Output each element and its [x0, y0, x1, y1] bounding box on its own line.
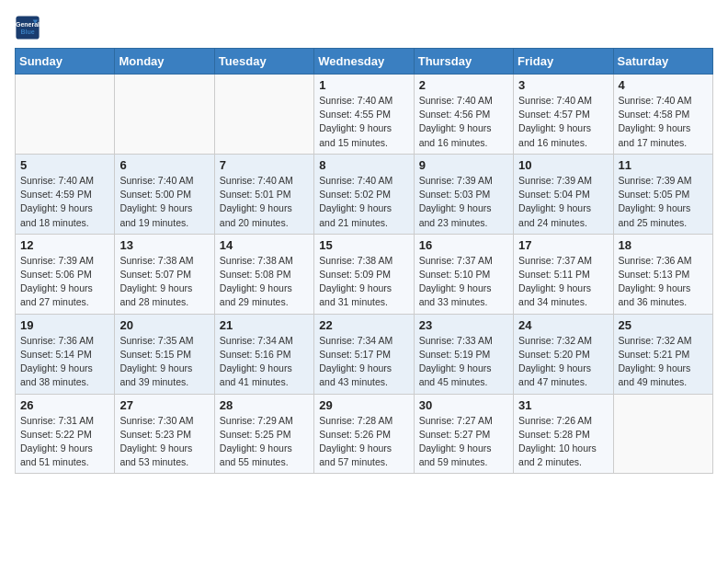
calendar-cell: [613, 394, 712, 474]
calendar-cell: 19Sunrise: 7:36 AM Sunset: 5:14 PM Dayli…: [16, 314, 115, 394]
day-info: Sunrise: 7:40 AM Sunset: 4:57 PM Dayligh…: [518, 94, 608, 150]
day-info: Sunrise: 7:40 AM Sunset: 4:56 PM Dayligh…: [419, 94, 508, 150]
day-info: Sunrise: 7:40 AM Sunset: 4:59 PM Dayligh…: [20, 174, 109, 230]
day-number: 23: [419, 318, 508, 332]
logo-icon: General Blue: [15, 15, 40, 40]
day-number: 29: [319, 398, 408, 412]
day-info: Sunrise: 7:38 AM Sunset: 5:09 PM Dayligh…: [319, 254, 408, 310]
day-number: 26: [20, 398, 109, 412]
calendar-cell: 1Sunrise: 7:40 AM Sunset: 4:55 PM Daylig…: [314, 75, 414, 155]
day-number: 31: [518, 398, 608, 412]
day-info: Sunrise: 7:28 AM Sunset: 5:26 PM Dayligh…: [319, 414, 408, 470]
weekday-header-row: SundayMondayTuesdayWednesdayThursdayFrid…: [16, 49, 713, 75]
day-number: 6: [119, 158, 209, 172]
day-info: Sunrise: 7:38 AM Sunset: 5:07 PM Dayligh…: [119, 254, 209, 310]
calendar-week-row: 12Sunrise: 7:39 AM Sunset: 5:06 PM Dayli…: [16, 234, 713, 314]
day-info: Sunrise: 7:39 AM Sunset: 5:06 PM Dayligh…: [20, 254, 109, 310]
day-number: 13: [119, 238, 209, 252]
day-number: 17: [518, 238, 608, 252]
calendar-week-row: 5Sunrise: 7:40 AM Sunset: 4:59 PM Daylig…: [16, 154, 713, 234]
weekday-header-cell: Tuesday: [214, 49, 313, 75]
svg-rect-0: [16, 16, 39, 39]
day-number: 5: [20, 158, 109, 172]
calendar-cell: 8Sunrise: 7:40 AM Sunset: 5:02 PM Daylig…: [314, 154, 414, 234]
day-info: Sunrise: 7:27 AM Sunset: 5:27 PM Dayligh…: [419, 414, 508, 470]
calendar-week-row: 1Sunrise: 7:40 AM Sunset: 4:55 PM Daylig…: [16, 75, 713, 155]
day-number: 16: [419, 238, 508, 252]
day-info: Sunrise: 7:39 AM Sunset: 5:03 PM Dayligh…: [419, 174, 508, 230]
calendar-week-row: 19Sunrise: 7:36 AM Sunset: 5:14 PM Dayli…: [16, 314, 713, 394]
calendar-cell: [115, 75, 214, 155]
svg-text:Blue: Blue: [20, 29, 34, 35]
day-number: 9: [419, 158, 508, 172]
day-number: 3: [518, 78, 608, 92]
calendar-table: SundayMondayTuesdayWednesdayThursdayFrid…: [15, 48, 713, 474]
calendar-cell: 26Sunrise: 7:31 AM Sunset: 5:22 PM Dayli…: [16, 394, 115, 474]
calendar-cell: 18Sunrise: 7:36 AM Sunset: 5:13 PM Dayli…: [613, 234, 712, 314]
day-info: Sunrise: 7:26 AM Sunset: 5:28 PM Dayligh…: [518, 414, 608, 470]
calendar-cell: 15Sunrise: 7:38 AM Sunset: 5:09 PM Dayli…: [314, 234, 414, 314]
day-info: Sunrise: 7:36 AM Sunset: 5:13 PM Dayligh…: [619, 254, 708, 310]
day-info: Sunrise: 7:32 AM Sunset: 5:20 PM Dayligh…: [518, 334, 608, 390]
day-number: 25: [619, 318, 708, 332]
day-number: 28: [220, 398, 309, 412]
calendar-body: 1Sunrise: 7:40 AM Sunset: 4:55 PM Daylig…: [16, 75, 713, 474]
day-info: Sunrise: 7:40 AM Sunset: 5:01 PM Dayligh…: [220, 174, 309, 230]
day-number: 22: [319, 318, 408, 332]
weekday-header-cell: Friday: [514, 49, 613, 75]
day-info: Sunrise: 7:38 AM Sunset: 5:08 PM Dayligh…: [220, 254, 309, 310]
day-info: Sunrise: 7:39 AM Sunset: 5:05 PM Dayligh…: [619, 174, 708, 230]
day-info: Sunrise: 7:34 AM Sunset: 5:16 PM Dayligh…: [220, 334, 309, 390]
day-number: 4: [619, 78, 708, 92]
weekday-header-cell: Thursday: [414, 49, 513, 75]
calendar-cell: 28Sunrise: 7:29 AM Sunset: 5:25 PM Dayli…: [214, 394, 313, 474]
day-info: Sunrise: 7:34 AM Sunset: 5:17 PM Dayligh…: [319, 334, 408, 390]
day-number: 21: [220, 318, 309, 332]
day-number: 30: [419, 398, 508, 412]
calendar-cell: 24Sunrise: 7:32 AM Sunset: 5:20 PM Dayli…: [514, 314, 613, 394]
calendar-cell: 27Sunrise: 7:30 AM Sunset: 5:23 PM Dayli…: [115, 394, 214, 474]
day-info: Sunrise: 7:39 AM Sunset: 5:04 PM Dayligh…: [518, 174, 608, 230]
calendar-cell: 2Sunrise: 7:40 AM Sunset: 4:56 PM Daylig…: [414, 75, 513, 155]
day-info: Sunrise: 7:29 AM Sunset: 5:25 PM Dayligh…: [220, 414, 309, 470]
day-number: 8: [319, 158, 408, 172]
calendar-cell: 22Sunrise: 7:34 AM Sunset: 5:17 PM Dayli…: [314, 314, 414, 394]
day-info: Sunrise: 7:40 AM Sunset: 4:55 PM Dayligh…: [319, 94, 408, 150]
day-number: 19: [20, 318, 109, 332]
page-header: General Blue: [15, 15, 713, 40]
calendar-cell: 11Sunrise: 7:39 AM Sunset: 5:05 PM Dayli…: [613, 154, 712, 234]
day-number: 24: [518, 318, 608, 332]
day-info: Sunrise: 7:40 AM Sunset: 5:00 PM Dayligh…: [119, 174, 209, 230]
calendar-cell: 16Sunrise: 7:37 AM Sunset: 5:10 PM Dayli…: [414, 234, 513, 314]
day-info: Sunrise: 7:36 AM Sunset: 5:14 PM Dayligh…: [20, 334, 109, 390]
day-number: 20: [119, 318, 209, 332]
calendar-cell: 4Sunrise: 7:40 AM Sunset: 4:58 PM Daylig…: [613, 75, 712, 155]
day-number: 12: [20, 238, 109, 252]
calendar-cell: 14Sunrise: 7:38 AM Sunset: 5:08 PM Dayli…: [214, 234, 313, 314]
calendar-cell: 9Sunrise: 7:39 AM Sunset: 5:03 PM Daylig…: [414, 154, 513, 234]
calendar-cell: 6Sunrise: 7:40 AM Sunset: 5:00 PM Daylig…: [115, 154, 214, 234]
calendar-cell: 10Sunrise: 7:39 AM Sunset: 5:04 PM Dayli…: [514, 154, 613, 234]
day-number: 14: [220, 238, 309, 252]
calendar-cell: 23Sunrise: 7:33 AM Sunset: 5:19 PM Dayli…: [414, 314, 513, 394]
calendar-cell: 7Sunrise: 7:40 AM Sunset: 5:01 PM Daylig…: [214, 154, 313, 234]
day-info: Sunrise: 7:40 AM Sunset: 5:02 PM Dayligh…: [319, 174, 408, 230]
day-number: 15: [319, 238, 408, 252]
day-number: 7: [220, 158, 309, 172]
day-info: Sunrise: 7:33 AM Sunset: 5:19 PM Dayligh…: [419, 334, 508, 390]
calendar-cell: 13Sunrise: 7:38 AM Sunset: 5:07 PM Dayli…: [115, 234, 214, 314]
calendar-cell: 20Sunrise: 7:35 AM Sunset: 5:15 PM Dayli…: [115, 314, 214, 394]
calendar-cell: 5Sunrise: 7:40 AM Sunset: 4:59 PM Daylig…: [16, 154, 115, 234]
day-info: Sunrise: 7:31 AM Sunset: 5:22 PM Dayligh…: [20, 414, 109, 470]
day-number: 11: [619, 158, 708, 172]
day-number: 1: [319, 78, 408, 92]
calendar-cell: 3Sunrise: 7:40 AM Sunset: 4:57 PM Daylig…: [514, 75, 613, 155]
calendar-cell: [16, 75, 115, 155]
calendar-week-row: 26Sunrise: 7:31 AM Sunset: 5:22 PM Dayli…: [16, 394, 713, 474]
calendar-cell: 25Sunrise: 7:32 AM Sunset: 5:21 PM Dayli…: [613, 314, 712, 394]
day-number: 27: [119, 398, 209, 412]
calendar-cell: 12Sunrise: 7:39 AM Sunset: 5:06 PM Dayli…: [16, 234, 115, 314]
weekday-header-cell: Wednesday: [314, 49, 414, 75]
day-info: Sunrise: 7:37 AM Sunset: 5:11 PM Dayligh…: [518, 254, 608, 310]
calendar-cell: 30Sunrise: 7:27 AM Sunset: 5:27 PM Dayli…: [414, 394, 513, 474]
